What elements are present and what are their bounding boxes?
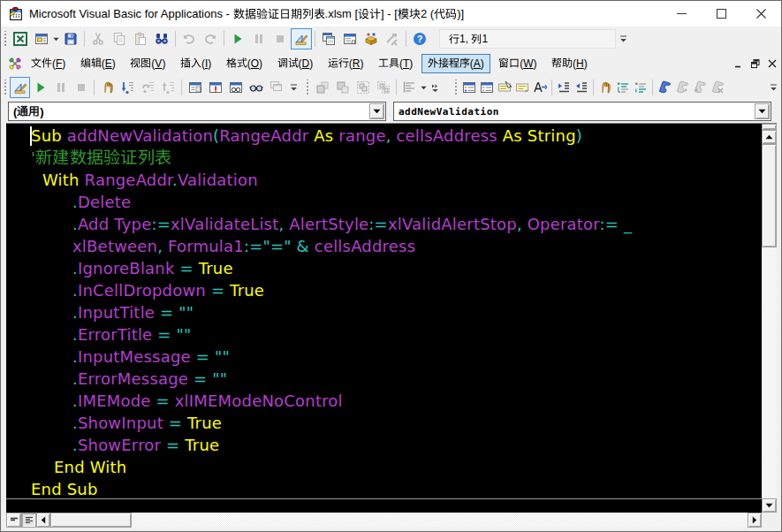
code-editor[interactable]: Sub addNewValidation(RangeAddr As range,… — [6, 124, 762, 513]
toolbox-button[interactable] — [382, 28, 403, 49]
reset-button[interactable] — [270, 28, 291, 49]
locals-window-button[interactable] — [185, 77, 205, 98]
menu-item-debug[interactable]: (D) — [271, 54, 320, 73]
maximize-button[interactable] — [702, 1, 741, 27]
menu-item-window[interactable]: (W) — [492, 54, 543, 73]
bookmark-toggle-button[interactable] — [656, 77, 673, 98]
menu-item-edit[interactable]: (E) — [74, 54, 122, 73]
align-button[interactable] — [399, 77, 420, 98]
list-constants-button[interactable] — [478, 77, 496, 98]
menu-item-insert[interactable]: (I) — [174, 54, 217, 73]
group-button[interactable] — [353, 77, 373, 98]
toolbar-grip[interactable] — [3, 80, 10, 95]
view-excel-button[interactable] — [10, 28, 31, 49]
toggle-breakpoint-button[interactable] — [97, 77, 118, 98]
toolbar-overflow-button[interactable] — [618, 28, 629, 49]
close-button[interactable] — [741, 1, 781, 27]
procedure-combobox-dropdown-button[interactable] — [755, 103, 770, 119]
menu-item-tools[interactable]: (T) — [372, 54, 419, 73]
menu-item-view[interactable]: (V) — [124, 54, 171, 73]
ungroup-button[interactable] — [373, 77, 393, 98]
mdi-system-icon[interactable] — [8, 57, 22, 71]
properties-window-button[interactable] — [339, 28, 361, 49]
complete-word-button[interactable] — [531, 77, 549, 98]
scroll-up-button[interactable] — [762, 130, 777, 144]
paste-button[interactable] — [130, 28, 151, 49]
find-icon — [155, 32, 169, 46]
immediate-window-button[interactable] — [205, 77, 225, 98]
split-handle[interactable] — [762, 124, 777, 130]
quick-watch-button[interactable] — [246, 77, 266, 98]
step-over-button[interactable] — [138, 77, 158, 98]
object-combobox-dropdown-button[interactable] — [369, 103, 384, 119]
object-browser-button[interactable] — [361, 28, 382, 49]
help-button[interactable]: ? — [409, 28, 430, 49]
bring-to-front-icon — [315, 80, 330, 95]
mdi-close-button[interactable] — [766, 57, 778, 70]
redo-button[interactable] — [200, 28, 221, 49]
bookmark-clear-button[interactable] — [709, 77, 726, 98]
list-properties-button[interactable] — [460, 77, 478, 98]
scroll-right-button[interactable] — [748, 513, 762, 528]
vertical-scroll-thumb[interactable] — [762, 144, 777, 247]
parameter-info-button[interactable] — [513, 77, 531, 98]
design-mode-icon — [13, 80, 27, 95]
indent-button[interactable] — [555, 77, 573, 98]
horizontal-scrollbar[interactable] — [6, 513, 762, 528]
scroll-down-button[interactable] — [762, 498, 777, 513]
dropdown-arrow-icon[interactable] — [420, 78, 428, 97]
token-operator: := — [151, 215, 171, 233]
menu-item-help[interactable]: (H) — [545, 54, 594, 73]
run-button[interactable] — [227, 28, 248, 49]
procedure-view-button[interactable] — [6, 513, 21, 528]
save-button[interactable] — [60, 28, 81, 49]
toolbar-grip[interactable] — [305, 80, 312, 95]
mdi-restore-button[interactable] — [749, 57, 762, 70]
horizontal-scroll-thumb[interactable] — [50, 513, 132, 528]
menu-item-label — [180, 57, 201, 70]
object-combobox[interactable]: () — [8, 102, 386, 121]
reset-button[interactable] — [71, 77, 91, 98]
toolbar-overflow-button[interactable] — [768, 77, 779, 98]
vertical-scrollbar[interactable] — [762, 124, 777, 513]
mdi-minimize-button[interactable] — [733, 57, 745, 70]
send-to-back-button[interactable] — [332, 77, 353, 98]
dropdown-arrow-icon[interactable] — [52, 29, 60, 49]
step-into-button[interactable] — [118, 77, 138, 98]
menu-item-addins[interactable]: (A) — [421, 54, 490, 73]
undo-button[interactable] — [178, 28, 200, 49]
menu-item-run[interactable]: (R) — [322, 54, 370, 73]
watch-window-button[interactable] — [225, 77, 246, 98]
cut-button[interactable] — [87, 28, 109, 49]
outdent-button[interactable] — [573, 77, 590, 98]
toolbar-overflow-button[interactable] — [288, 77, 300, 98]
design-mode-button[interactable] — [10, 77, 30, 98]
step-out-button[interactable] — [158, 77, 178, 98]
bookmark-prev-button[interactable] — [691, 77, 709, 98]
toolbar-grip[interactable] — [3, 31, 10, 47]
menu-item-format[interactable]: (O) — [220, 54, 269, 73]
project-explorer-button[interactable] — [318, 28, 339, 49]
break-button[interactable] — [50, 77, 71, 98]
menu-item-file[interactable]: (F) — [25, 54, 72, 73]
bookmark-next-button[interactable] — [673, 77, 691, 98]
minimize-button[interactable] — [662, 1, 702, 27]
procedure-combobox[interactable]: addNewValidation — [393, 102, 771, 121]
quick-info-button[interactable] — [496, 77, 513, 98]
toolbar-grip[interactable] — [453, 80, 460, 95]
copy-button[interactable] — [109, 28, 130, 49]
toolbar-separator — [181, 80, 182, 95]
break-button[interactable] — [248, 28, 270, 49]
toggle-breakpoint-button[interactable] — [596, 77, 614, 98]
comment-block-button[interactable] — [614, 77, 632, 98]
run-button[interactable] — [30, 77, 50, 98]
toolbar-overflow-button[interactable] — [429, 77, 441, 98]
call-stack-button[interactable] — [266, 77, 286, 98]
find-button[interactable] — [151, 28, 172, 49]
uncomment-block-button[interactable] — [632, 77, 649, 98]
bring-to-front-button[interactable] — [312, 77, 332, 98]
design-mode-button[interactable] — [291, 28, 312, 49]
scroll-left-button[interactable] — [36, 513, 50, 528]
full-module-view-button[interactable] — [21, 513, 36, 528]
insert-userform-button[interactable] — [31, 28, 52, 49]
